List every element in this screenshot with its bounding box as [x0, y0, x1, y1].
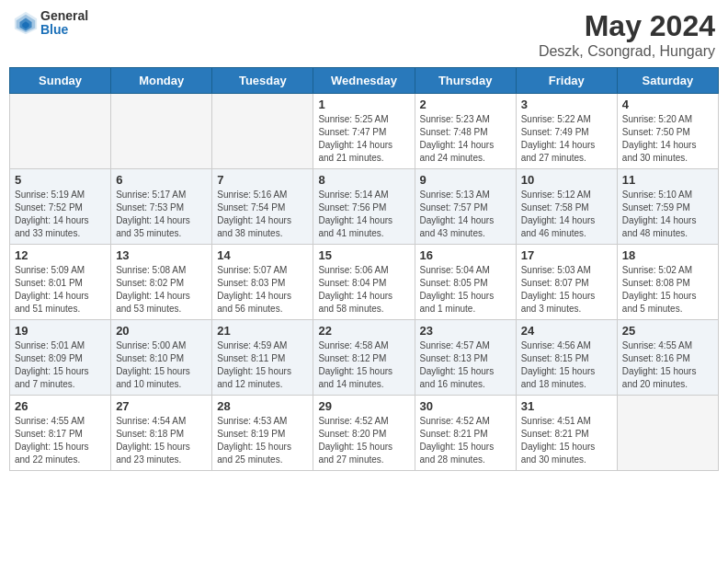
logo-icon [13, 10, 39, 36]
day-number: 3 [521, 98, 612, 111]
day-info: Sunrise: 5:22 AM Sunset: 7:49 PM Dayligh… [521, 113, 612, 165]
day-number: 17 [521, 248, 612, 262]
calendar-cell: 28Sunrise: 4:53 AM Sunset: 8:19 PM Dayli… [212, 396, 313, 471]
day-info: Sunrise: 4:52 AM Sunset: 8:20 PM Dayligh… [318, 415, 409, 466]
calendar-cell: 13Sunrise: 5:08 AM Sunset: 8:02 PM Dayli… [111, 245, 212, 320]
day-number: 31 [521, 399, 612, 413]
calendar-cell: 2Sunrise: 5:23 AM Sunset: 7:48 PM Daylig… [415, 94, 516, 169]
day-number: 14 [217, 248, 308, 262]
calendar-cell: 16Sunrise: 5:04 AM Sunset: 8:05 PM Dayli… [415, 245, 516, 320]
weekday-row: SundayMondayTuesdayWednesdayThursdayFrid… [10, 68, 719, 94]
day-info: Sunrise: 5:07 AM Sunset: 8:03 PM Dayligh… [217, 264, 308, 316]
calendar-cell: 15Sunrise: 5:06 AM Sunset: 8:04 PM Dayli… [313, 245, 415, 320]
calendar-subtitle: Deszk, Csongrad, Hungary [539, 43, 715, 60]
day-number: 16 [420, 248, 511, 262]
day-info: Sunrise: 5:00 AM Sunset: 8:10 PM Dayligh… [116, 339, 207, 391]
calendar-cell: 20Sunrise: 5:00 AM Sunset: 8:10 PM Dayli… [111, 320, 212, 396]
calendar-cell: 7Sunrise: 5:16 AM Sunset: 7:54 PM Daylig… [212, 169, 313, 245]
day-info: Sunrise: 4:52 AM Sunset: 8:21 PM Dayligh… [420, 415, 511, 466]
calendar-body: 1Sunrise: 5:25 AM Sunset: 7:47 PM Daylig… [10, 94, 719, 471]
day-number: 26 [15, 399, 106, 413]
day-number: 2 [420, 98, 511, 111]
calendar-title: May 2024 [539, 9, 715, 43]
calendar-cell: 11Sunrise: 5:10 AM Sunset: 7:59 PM Dayli… [617, 169, 718, 245]
calendar-cell: 3Sunrise: 5:22 AM Sunset: 7:49 PM Daylig… [516, 94, 617, 169]
calendar-table: SundayMondayTuesdayWednesdayThursdayFrid… [9, 67, 719, 471]
day-number: 4 [622, 98, 713, 111]
calendar-cell: 5Sunrise: 5:19 AM Sunset: 7:52 PM Daylig… [10, 169, 111, 245]
calendar-cell: 26Sunrise: 4:55 AM Sunset: 8:17 PM Dayli… [10, 396, 111, 471]
day-info: Sunrise: 4:59 AM Sunset: 8:11 PM Dayligh… [217, 339, 308, 391]
calendar-cell [212, 94, 313, 169]
calendar-cell: 10Sunrise: 5:12 AM Sunset: 7:58 PM Dayli… [516, 169, 617, 245]
weekday-header: Thursday [415, 68, 516, 94]
calendar-cell: 22Sunrise: 4:58 AM Sunset: 8:12 PM Dayli… [313, 320, 415, 396]
day-number: 12 [15, 248, 106, 262]
day-number: 7 [217, 173, 308, 187]
day-number: 30 [420, 399, 511, 413]
day-info: Sunrise: 5:25 AM Sunset: 7:47 PM Dayligh… [318, 113, 409, 165]
day-info: Sunrise: 4:51 AM Sunset: 8:21 PM Dayligh… [521, 415, 612, 466]
day-number: 21 [217, 324, 308, 338]
calendar-cell: 30Sunrise: 4:52 AM Sunset: 8:21 PM Dayli… [415, 396, 516, 471]
calendar-cell: 24Sunrise: 4:56 AM Sunset: 8:15 PM Dayli… [516, 320, 617, 396]
day-info: Sunrise: 4:54 AM Sunset: 8:18 PM Dayligh… [116, 415, 207, 466]
calendar-week-row: 12Sunrise: 5:09 AM Sunset: 8:01 PM Dayli… [10, 245, 719, 320]
day-number: 29 [318, 399, 409, 413]
calendar-cell: 19Sunrise: 5:01 AM Sunset: 8:09 PM Dayli… [10, 320, 111, 396]
day-number: 15 [318, 248, 409, 262]
calendar-cell [10, 94, 111, 169]
logo-text: General Blue [40, 9, 88, 38]
day-info: Sunrise: 4:57 AM Sunset: 8:13 PM Dayligh… [420, 339, 511, 391]
day-number: 24 [521, 324, 612, 338]
calendar-cell: 14Sunrise: 5:07 AM Sunset: 8:03 PM Dayli… [212, 245, 313, 320]
day-number: 6 [116, 173, 207, 187]
weekday-header: Friday [516, 68, 617, 94]
day-info: Sunrise: 5:23 AM Sunset: 7:48 PM Dayligh… [420, 113, 511, 165]
calendar-week-row: 19Sunrise: 5:01 AM Sunset: 8:09 PM Dayli… [10, 320, 719, 396]
calendar-cell: 9Sunrise: 5:13 AM Sunset: 7:57 PM Daylig… [415, 169, 516, 245]
day-info: Sunrise: 5:12 AM Sunset: 7:58 PM Dayligh… [521, 189, 612, 240]
day-info: Sunrise: 5:06 AM Sunset: 8:04 PM Dayligh… [318, 264, 409, 316]
logo-line1: General [40, 9, 88, 23]
day-info: Sunrise: 5:08 AM Sunset: 8:02 PM Dayligh… [116, 264, 207, 316]
day-info: Sunrise: 4:55 AM Sunset: 8:16 PM Dayligh… [622, 339, 713, 391]
day-number: 10 [521, 173, 612, 187]
day-number: 1 [318, 98, 409, 111]
day-info: Sunrise: 5:16 AM Sunset: 7:54 PM Dayligh… [217, 189, 308, 240]
day-number: 18 [622, 248, 713, 262]
calendar-cell: 12Sunrise: 5:09 AM Sunset: 8:01 PM Dayli… [10, 245, 111, 320]
day-info: Sunrise: 4:53 AM Sunset: 8:19 PM Dayligh… [217, 415, 308, 466]
calendar-cell: 21Sunrise: 4:59 AM Sunset: 8:11 PM Dayli… [212, 320, 313, 396]
calendar-cell [111, 94, 212, 169]
calendar-week-row: 1Sunrise: 5:25 AM Sunset: 7:47 PM Daylig… [10, 94, 719, 169]
logo-line2: Blue [40, 23, 88, 37]
calendar-cell: 4Sunrise: 5:20 AM Sunset: 7:50 PM Daylig… [617, 94, 718, 169]
calendar-cell: 17Sunrise: 5:03 AM Sunset: 8:07 PM Dayli… [516, 245, 617, 320]
calendar-cell [617, 396, 718, 471]
day-info: Sunrise: 5:20 AM Sunset: 7:50 PM Dayligh… [622, 113, 713, 165]
calendar-cell: 8Sunrise: 5:14 AM Sunset: 7:56 PM Daylig… [313, 169, 415, 245]
day-info: Sunrise: 5:13 AM Sunset: 7:57 PM Dayligh… [420, 189, 511, 240]
day-info: Sunrise: 5:02 AM Sunset: 8:08 PM Dayligh… [622, 264, 713, 316]
weekday-header: Saturday [617, 68, 718, 94]
day-number: 19 [15, 324, 106, 338]
day-info: Sunrise: 5:10 AM Sunset: 7:59 PM Dayligh… [622, 189, 713, 240]
weekday-header: Sunday [10, 68, 111, 94]
calendar-cell: 29Sunrise: 4:52 AM Sunset: 8:20 PM Dayli… [313, 396, 415, 471]
day-info: Sunrise: 5:19 AM Sunset: 7:52 PM Dayligh… [15, 189, 106, 240]
calendar-week-row: 26Sunrise: 4:55 AM Sunset: 8:17 PM Dayli… [10, 396, 719, 471]
day-number: 22 [318, 324, 409, 338]
day-number: 20 [116, 324, 207, 338]
day-info: Sunrise: 5:04 AM Sunset: 8:05 PM Dayligh… [420, 264, 511, 316]
day-info: Sunrise: 5:17 AM Sunset: 7:53 PM Dayligh… [116, 189, 207, 240]
day-info: Sunrise: 4:55 AM Sunset: 8:17 PM Dayligh… [15, 415, 106, 466]
day-number: 25 [622, 324, 713, 338]
calendar-cell: 25Sunrise: 4:55 AM Sunset: 8:16 PM Dayli… [617, 320, 718, 396]
calendar-cell: 27Sunrise: 4:54 AM Sunset: 8:18 PM Dayli… [111, 396, 212, 471]
calendar-cell: 1Sunrise: 5:25 AM Sunset: 7:47 PM Daylig… [313, 94, 415, 169]
weekday-header: Tuesday [212, 68, 313, 94]
day-number: 5 [15, 173, 106, 187]
day-number: 28 [217, 399, 308, 413]
day-number: 27 [116, 399, 207, 413]
